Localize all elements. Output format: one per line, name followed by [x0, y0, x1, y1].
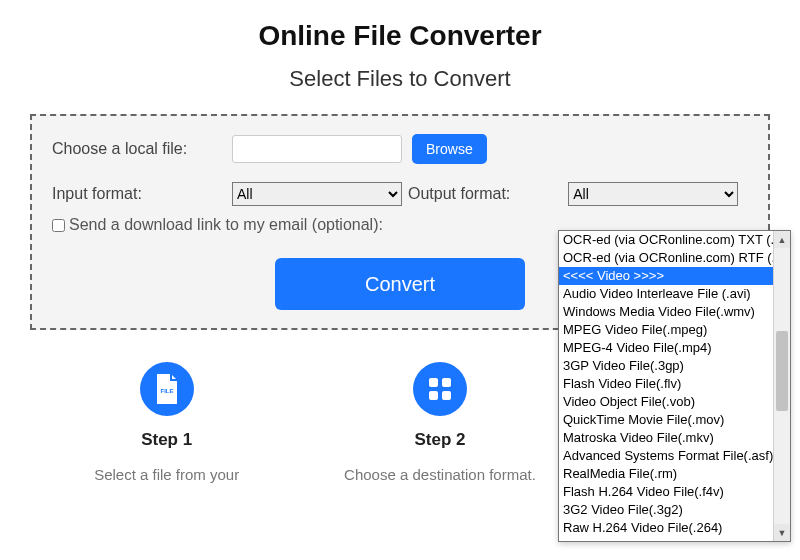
- grid-icon: [413, 362, 467, 416]
- scroll-down-icon[interactable]: ▼: [774, 524, 790, 541]
- dropdown-option[interactable]: OCR-ed (via OCRonline.com) TXT (.txt): [559, 231, 790, 249]
- scroll-thumb[interactable]: [776, 331, 788, 411]
- scroll-up-icon[interactable]: ▲: [774, 231, 790, 248]
- convert-button[interactable]: Convert: [275, 258, 525, 310]
- dropdown-option[interactable]: Flash H.264 Video File(.f4v): [559, 483, 790, 501]
- dropdown-option[interactable]: RealMedia File(.rm): [559, 465, 790, 483]
- output-format-select[interactable]: All: [568, 182, 738, 206]
- dropdown-option[interactable]: 3GP Video File(.3gp): [559, 357, 790, 375]
- file-input[interactable]: [232, 135, 402, 163]
- dropdown-option[interactable]: Windows Media Video File(.wmv): [559, 303, 790, 321]
- dropdown-option[interactable]: Audio Video Interleave File (.avi): [559, 285, 790, 303]
- dropdown-option[interactable]: OCR-ed (via OCRonline.com) RTF (.rtf): [559, 249, 790, 267]
- step-1: FILE Step 1 Select a file from your: [47, 362, 287, 485]
- input-format-label: Input format:: [52, 185, 232, 203]
- dropdown-option[interactable]: 3G2 Video File(.3g2): [559, 501, 790, 519]
- svg-rect-4: [442, 391, 451, 400]
- file-icon: FILE: [140, 362, 194, 416]
- step-2-desc: Choose a destination format.: [320, 464, 560, 485]
- dropdown-option[interactable]: QuickTime Movie File(.mov): [559, 411, 790, 429]
- dropdown-option[interactable]: MPEG Video File(.mpeg): [559, 321, 790, 339]
- email-label: Send a download link to my email (option…: [69, 216, 383, 234]
- input-format-select[interactable]: All: [232, 182, 402, 206]
- svg-rect-2: [442, 378, 451, 387]
- output-format-dropdown[interactable]: OCR-ed (via OCRonline.com) TXT (.txt)OCR…: [558, 230, 791, 542]
- dropdown-option[interactable]: Matroska Video File(.mkv): [559, 429, 790, 447]
- browse-button[interactable]: Browse: [412, 134, 487, 164]
- dropdown-option[interactable]: Flash Video File(.flv): [559, 375, 790, 393]
- step-2: Step 2 Choose a destination format.: [320, 362, 560, 485]
- svg-rect-3: [429, 391, 438, 400]
- svg-text:FILE: FILE: [160, 388, 173, 394]
- choose-file-label: Choose a local file:: [52, 140, 232, 158]
- step-1-title: Step 1: [47, 430, 287, 450]
- dropdown-option[interactable]: Video Object File(.vob): [559, 393, 790, 411]
- scrollbar[interactable]: ▲ ▼: [773, 231, 790, 541]
- dropdown-option[interactable]: Advanced Systems Format File(.asf): [559, 447, 790, 465]
- dropdown-option[interactable]: Anime Music Video File(.amv): [559, 537, 790, 541]
- dropdown-option[interactable]: <<<< Video >>>>: [559, 267, 790, 285]
- page-title: Online File Converter: [20, 20, 780, 52]
- page-subtitle: Select Files to Convert: [20, 66, 780, 92]
- step-2-title: Step 2: [320, 430, 560, 450]
- step-1-desc: Select a file from your: [47, 464, 287, 485]
- email-checkbox[interactable]: [52, 219, 65, 232]
- output-format-label: Output format:: [408, 185, 568, 203]
- svg-rect-1: [429, 378, 438, 387]
- dropdown-option[interactable]: Raw H.264 Video File(.264): [559, 519, 790, 537]
- dropdown-option[interactable]: MPEG-4 Video File(.mp4): [559, 339, 790, 357]
